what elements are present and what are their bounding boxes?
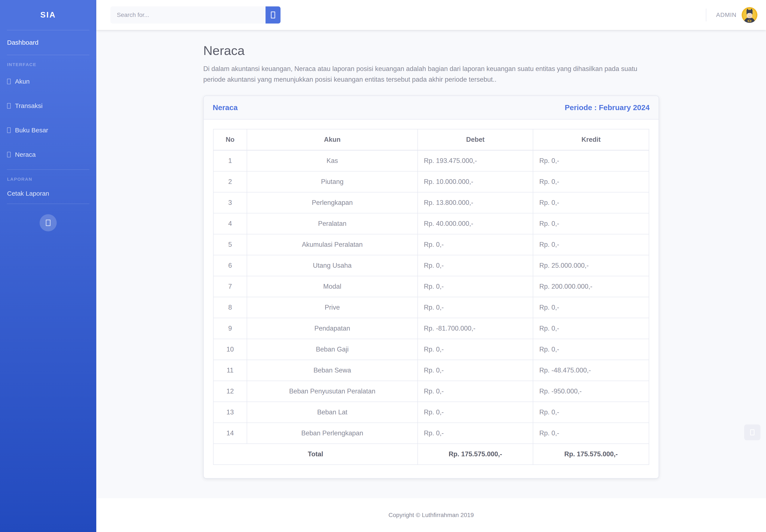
cell-kredit: Rp. 200.000.000,- (533, 276, 649, 297)
username-label: ADMIN (716, 12, 736, 18)
cell-akun: Beban Lat (247, 402, 418, 423)
cell-no: 14 (213, 423, 247, 444)
cell-no: 8 (213, 297, 247, 318)
cell-kredit: Rp. -48.475.000,- (533, 360, 649, 381)
neraca-card: Neraca Periode : February 2024 No Akun (203, 96, 659, 479)
search-bar (110, 6, 280, 24)
cell-no: 10 (213, 339, 247, 360)
total-label: Total (213, 444, 418, 465)
table-row: 6 Utang Usaha Rp. 0,- Rp. 25.000.000,- (213, 255, 649, 276)
cell-kredit: Rp. -950.000,- (533, 381, 649, 402)
cell-akun: Beban Gaji (247, 339, 418, 360)
card-period-label: Periode : February 2024 (565, 103, 650, 112)
cell-no: 11 (213, 360, 247, 381)
cell-akun: Pendapatan (247, 318, 418, 339)
user-menu[interactable]: ADMIN (716, 5, 757, 25)
total-debet: Rp. 175.575.000,- (418, 444, 533, 465)
cell-akun: Piutang (247, 171, 418, 192)
cell-no: 6 (213, 255, 247, 276)
cell-no: 5 (213, 234, 247, 255)
cell-debet: Rp. 13.800.000,- (418, 192, 533, 213)
table-row: 8 Prive Rp. 0,- Rp. 0,- (213, 297, 649, 318)
topbar: ADMIN (96, 0, 766, 30)
table-row: 10 Beban Gaji Rp. 0,- Rp. 0,- (213, 339, 649, 360)
cell-debet: Rp. 0,- (418, 255, 533, 276)
table-row: 1 Kas Rp. 193.475.000,- Rp. 0,- (213, 150, 649, 171)
card-body: No Akun Debet Kredit 1 (204, 120, 659, 478)
search-input[interactable] (110, 6, 265, 24)
main-area: ADMIN (96, 0, 766, 532)
table-row: 12 Beban Penyusutan Peralatan Rp. 0,- Rp… (213, 381, 649, 402)
cell-akun: Akumulasi Peralatan (247, 234, 418, 255)
search-button[interactable] (265, 6, 280, 24)
table-total-row: Total Rp. 175.575.000,- Rp. 175.575.000,… (213, 444, 649, 465)
cell-kredit: Rp. 0,- (533, 171, 649, 192)
sidebar-item-label: Neraca (15, 151, 36, 158)
sidebar-item-label: Transaksi (15, 102, 43, 109)
column-header-akun: Akun (247, 129, 418, 150)
missing-glyph-icon (750, 429, 754, 435)
cell-no: 7 (213, 276, 247, 297)
cell-kredit: Rp. 0,- (533, 402, 649, 423)
cell-no: 4 (213, 213, 247, 234)
cell-akun: Utang Usaha (247, 255, 418, 276)
cell-akun: Perlengkapan (247, 192, 418, 213)
cell-no: 12 (213, 381, 247, 402)
cell-debet: Rp. 0,- (418, 402, 533, 423)
sidebar-section-heading-laporan: LAPORAN (0, 170, 96, 184)
cell-kredit: Rp. 25.000.000,- (533, 255, 649, 276)
cell-kredit: Rp. 0,- (533, 234, 649, 255)
sidebar: SIA Dashboard INTERFACE Akun Transaksi B… (0, 0, 96, 532)
sidebar-item-transaksi[interactable]: Transaksi (0, 94, 96, 118)
sidebar-toggle-button[interactable] (40, 214, 57, 231)
copyright-text: Copyright © Luthfirrahman 2019 (389, 512, 474, 519)
search-icon (271, 12, 275, 18)
cell-akun: Prive (247, 297, 418, 318)
table-body: 1 Kas Rp. 193.475.000,- Rp. 0,- 2 Piutan… (213, 150, 649, 444)
table-row: 14 Beban Perlengkapan Rp. 0,- Rp. 0,- (213, 423, 649, 444)
cell-debet: Rp. 0,- (418, 276, 533, 297)
table-row: 11 Beban Sewa Rp. 0,- Rp. -48.475.000,- (213, 360, 649, 381)
cell-akun: Beban Perlengkapan (247, 423, 418, 444)
sidebar-item-cetak-laporan[interactable]: Cetak Laporan (0, 184, 96, 204)
card-title: Neraca (213, 103, 238, 112)
sidebar-section-heading-interface: INTERFACE (0, 55, 96, 69)
cell-debet: Rp. 10.000.000,- (418, 171, 533, 192)
sidebar-item-label: Buku Besar (15, 127, 48, 134)
table-row: 13 Beban Lat Rp. 0,- Rp. 0,- (213, 402, 649, 423)
content-area: Neraca Di dalam akuntansi keuangan, Nera… (96, 30, 766, 498)
cell-akun: Beban Sewa (247, 360, 418, 381)
topbar-right: ADMIN (706, 5, 757, 25)
cell-no: 3 (213, 192, 247, 213)
cell-kredit: Rp. 0,- (533, 423, 649, 444)
topbar-divider (706, 9, 706, 21)
card-header: Neraca Periode : February 2024 (204, 96, 659, 120)
sidebar-item-dashboard[interactable]: Dashboard (0, 30, 96, 55)
app-window: SIA Dashboard INTERFACE Akun Transaksi B… (0, 0, 766, 532)
column-header-kredit: Kredit (533, 129, 649, 150)
sidebar-divider (7, 204, 89, 204)
sidebar-item-akun[interactable]: Akun (0, 69, 96, 94)
table-header-row: No Akun Debet Kredit (213, 129, 649, 150)
total-kredit: Rp. 175.575.000,- (533, 444, 649, 465)
cell-debet: Rp. 0,- (418, 423, 533, 444)
sidebar-item-label: Dashboard (7, 39, 38, 46)
table-row: 9 Pendapatan Rp. -81.700.000,- Rp. 0,- (213, 318, 649, 339)
cell-debet: Rp. 0,- (418, 339, 533, 360)
sidebar-item-buku-besar[interactable]: Buku Besar (0, 118, 96, 142)
cell-akun: Beban Penyusutan Peralatan (247, 381, 418, 402)
cell-kredit: Rp. 0,- (533, 213, 649, 234)
cell-kredit: Rp. 0,- (533, 150, 649, 171)
missing-glyph-icon (7, 103, 11, 109)
brand-logo[interactable]: SIA (0, 0, 96, 30)
sidebar-item-neraca[interactable]: Neraca (0, 142, 96, 167)
missing-glyph-icon (7, 152, 11, 157)
cell-kredit: Rp. 0,- (533, 297, 649, 318)
table-row: 7 Modal Rp. 0,- Rp. 200.000.000,- (213, 276, 649, 297)
cell-kredit: Rp. 0,- (533, 339, 649, 360)
column-header-debet: Debet (418, 129, 533, 150)
scroll-to-top-button[interactable] (744, 424, 760, 440)
cell-no: 2 (213, 171, 247, 192)
column-header-no: No (213, 129, 247, 150)
sidebar-item-label: Cetak Laporan (7, 190, 49, 197)
